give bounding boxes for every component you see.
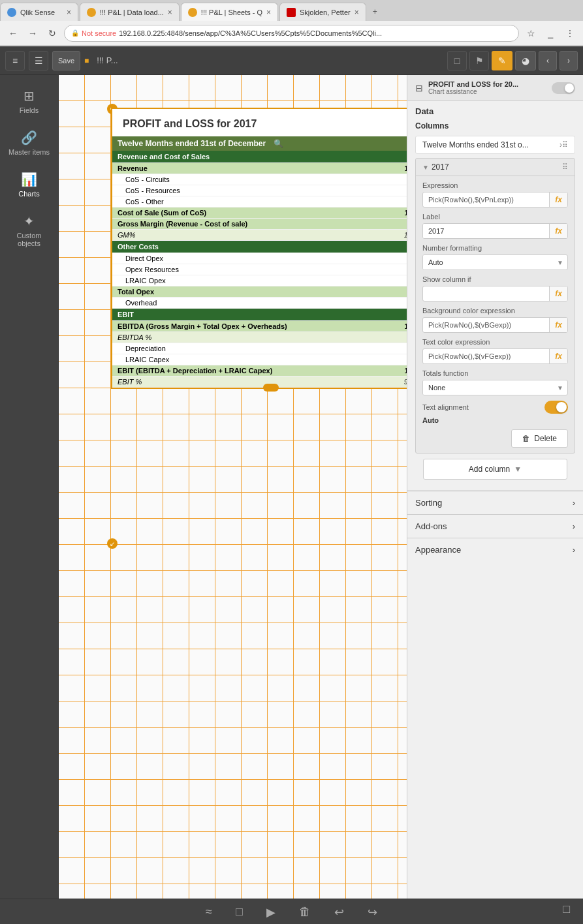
text-color-fx-button[interactable]: fx bbox=[549, 349, 567, 363]
totals-function-select[interactable]: None ▼ bbox=[422, 380, 568, 395]
appearance-section[interactable]: Appearance › bbox=[407, 538, 583, 561]
row-label: GM% bbox=[112, 230, 334, 241]
tab-close-4[interactable]: × bbox=[355, 8, 359, 17]
show-column-fx-button[interactable]: fx bbox=[549, 286, 567, 301]
bg-color-input[interactable]: Pick(RowNo(),$(vBGexp)) fx bbox=[422, 317, 568, 333]
undo-button[interactable]: ↩ bbox=[329, 902, 349, 922]
search-icon[interactable]: 🔍 bbox=[274, 139, 283, 148]
expression-input[interactable]: Pick(RowNo(),$(vPnLexp)) fx bbox=[422, 192, 568, 208]
delete-object-button[interactable]: 🗑 bbox=[294, 902, 316, 921]
column1-label: Twelve Months ended 31st o... bbox=[422, 140, 559, 149]
edit-button[interactable]: ✎ bbox=[492, 51, 512, 70]
sidebar-item-fields[interactable]: ⊞ Fields bbox=[3, 82, 55, 121]
table-row: EBIT bbox=[112, 309, 407, 321]
add-column-button[interactable]: Add column ▼ bbox=[423, 459, 567, 480]
embed-button[interactable]: □ bbox=[447, 51, 467, 70]
resize-handle-bottomleft[interactable]: ↙ bbox=[107, 538, 118, 549]
sidebar-item-charts[interactable]: 📊 Charts bbox=[3, 165, 55, 204]
row-value: 12346 bbox=[334, 365, 407, 377]
sidebar-label-master-items: Master items bbox=[8, 148, 50, 156]
refresh-button[interactable]: ↻ bbox=[44, 25, 60, 41]
table-row: Gross Margin (Revenue - Cost of sale) 22… bbox=[112, 219, 407, 230]
new-tab-button[interactable]: + bbox=[368, 3, 383, 21]
sidebar-item-master-items[interactable]: 🔗 Master items bbox=[3, 123, 55, 162]
column2-header[interactable]: ▼ 2017 ⠿ bbox=[416, 159, 575, 176]
save-button[interactable]: Save bbox=[52, 51, 80, 70]
row-label: EBITDA (Gross Margin + Total Opex + Over… bbox=[112, 321, 334, 332]
tab-skjolden[interactable]: Skjolden, Petter × bbox=[279, 3, 366, 21]
bookmark-button[interactable]: ⚑ bbox=[469, 51, 489, 70]
charts-icon: 📊 bbox=[21, 172, 37, 187]
home-button[interactable]: ≡ bbox=[5, 51, 25, 70]
sidebar-item-custom-objects[interactable]: ✦ Custom objects bbox=[3, 207, 55, 254]
duplicate-object-button[interactable]: □ bbox=[230, 902, 248, 921]
bg-color-fx-button[interactable]: fx bbox=[549, 318, 567, 332]
text-align-toggle[interactable] bbox=[544, 401, 568, 414]
tab-close-1[interactable]: × bbox=[67, 8, 71, 17]
url-bar[interactable]: 🔒 Not secure 192.168.0.225:4848/sense/ap… bbox=[64, 25, 519, 42]
show-column-input[interactable]: fx bbox=[422, 286, 568, 301]
smart-search-button[interactable]: ≈ bbox=[200, 902, 217, 921]
snapshot-button[interactable]: ▶ bbox=[261, 902, 281, 922]
label-text-input[interactable] bbox=[423, 224, 549, 238]
table-subtitle: Twelve Months ended 31st of December bbox=[118, 139, 266, 148]
panel-toggle[interactable] bbox=[552, 82, 575, 94]
resize-bottom-handle[interactable] bbox=[263, 384, 279, 392]
delete-button[interactable]: 🗑 Delete bbox=[511, 429, 568, 448]
bookmark-star-icon[interactable]: ☆ bbox=[523, 25, 539, 41]
totals-function-dropdown[interactable]: None bbox=[423, 380, 553, 395]
addons-chevron-icon: › bbox=[573, 521, 575, 531]
number-format-dropdown[interactable]: Auto bbox=[423, 255, 553, 270]
addons-section[interactable]: Add-ons › bbox=[407, 514, 583, 538]
panel-subtitle: Chart assistance bbox=[428, 88, 546, 95]
row-value: 8888 bbox=[334, 286, 407, 298]
column2-body: Expression Pick(RowNo(),$(vPnLexp)) fx L… bbox=[416, 176, 575, 453]
next-sheet-button[interactable]: › bbox=[559, 51, 578, 70]
row-label: EBITDA % bbox=[112, 332, 334, 343]
tab-pl-data[interactable]: !!! P&L | Data load... × bbox=[80, 3, 180, 21]
row-value: 981 bbox=[334, 354, 407, 365]
row-label: Overhead bbox=[112, 298, 334, 309]
row-label: EBIT % bbox=[112, 377, 334, 388]
text-align-label: Text alignment bbox=[422, 403, 469, 411]
prev-sheet-button[interactable]: ‹ bbox=[539, 51, 557, 70]
show-column-group: Show column if fx bbox=[422, 275, 568, 301]
panel-title: PROFIT and LOSS for 20... bbox=[428, 80, 546, 88]
back-button[interactable]: ← bbox=[5, 25, 21, 41]
sheet-canvas[interactable]: ↖ ↗ ↙ ↘ PROFIT and LOSS for 2017 Twelve … bbox=[59, 75, 407, 899]
tab-favicon-4 bbox=[287, 8, 296, 17]
row-value: 2767 bbox=[334, 196, 407, 208]
main-layout: ⊞ Fields 🔗 Master items 📊 Charts ✦ Custo… bbox=[0, 75, 583, 899]
forward-button[interactable]: → bbox=[25, 25, 40, 41]
tab-title-4: Skjolden, Petter bbox=[300, 8, 351, 16]
data-section: Data Columns Twelve Months ended 31st o.… bbox=[407, 101, 583, 491]
column1-drag-icon[interactable]: ⠿ bbox=[562, 140, 568, 149]
panel-table-icon: ⊟ bbox=[415, 83, 423, 93]
expression-fx-button[interactable]: fx bbox=[549, 192, 567, 207]
delete-label: Delete bbox=[534, 434, 557, 443]
row-value: 1111 bbox=[334, 275, 407, 286]
label-input[interactable]: fx bbox=[422, 223, 568, 239]
tab-close-3[interactable]: × bbox=[266, 8, 271, 17]
column2-drag-icon[interactable]: ⠿ bbox=[562, 162, 568, 172]
sorting-section[interactable]: Sorting › bbox=[407, 491, 583, 514]
show-column-value bbox=[423, 290, 549, 297]
column-item-1[interactable]: Twelve Months ended 31st o... › ⠿ bbox=[415, 136, 575, 154]
number-format-select[interactable]: Auto ▼ bbox=[422, 254, 568, 270]
extension-icon[interactable]: ⎯ bbox=[543, 25, 558, 41]
sorting-label: Sorting bbox=[415, 498, 442, 508]
chart-button[interactable]: ◕ bbox=[515, 51, 536, 70]
label-fx-button[interactable]: fx bbox=[549, 224, 567, 238]
text-color-input[interactable]: Pick(RowNo(),$(vFGexp)) fx bbox=[422, 348, 568, 364]
row-label: Gross Margin (Revenue - Cost of sale) bbox=[112, 219, 334, 230]
tab-favicon-2 bbox=[87, 8, 96, 17]
redo-button[interactable]: ↪ bbox=[362, 902, 383, 922]
data-section-title: Data bbox=[415, 106, 575, 116]
list-view-button[interactable]: ☰ bbox=[29, 51, 48, 70]
fullscreen-button[interactable]: □ bbox=[558, 900, 575, 919]
tab-qliksense[interactable]: Qlik Sense × bbox=[0, 3, 78, 21]
tab-pl-sheets[interactable]: !!! P&L | Sheets - Q × bbox=[181, 3, 278, 21]
table-row: GM% 18.0% bbox=[112, 230, 407, 241]
tab-close-2[interactable]: × bbox=[168, 8, 172, 17]
settings-icon[interactable]: ⋮ bbox=[562, 25, 578, 41]
